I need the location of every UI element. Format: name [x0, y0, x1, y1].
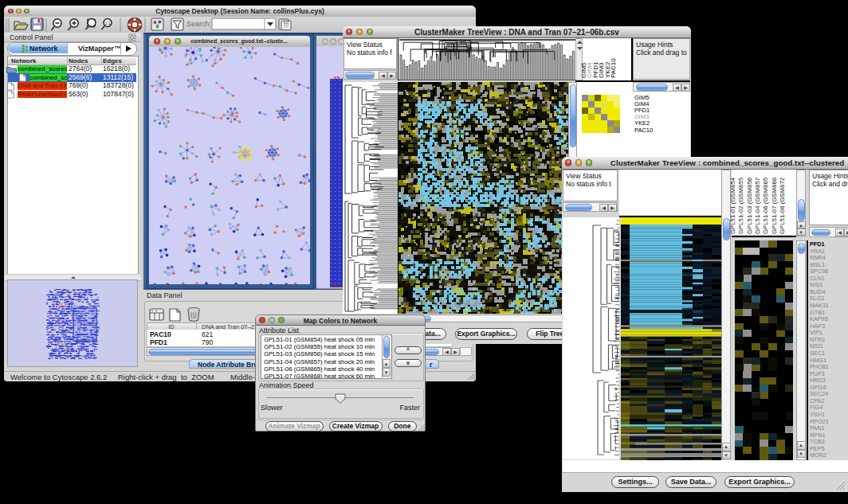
svg-text:1:1: 1:1 [105, 21, 111, 25]
svg-text:Search:: Search: [186, 20, 211, 28]
